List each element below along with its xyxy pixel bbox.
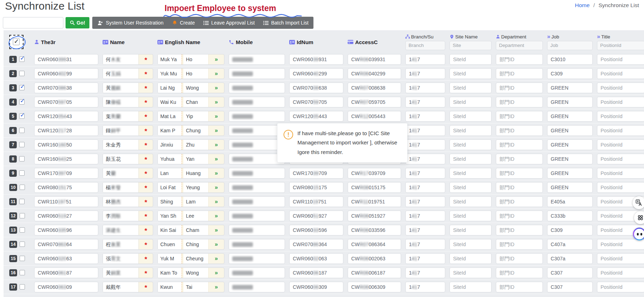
english-last-input[interactable]: Tai — [183, 282, 209, 292]
department-input[interactable]: 部門ID — [496, 282, 543, 292]
department-input[interactable]: 部門ID — [496, 196, 543, 207]
english-last-input[interactable]: Ho — [183, 54, 209, 64]
english-last-input[interactable]: Chan — [183, 97, 209, 107]
english-last-input[interactable]: Chung — [183, 126, 209, 136]
title-input[interactable]: PositionId — [597, 54, 644, 65]
site-input[interactable]: SiteId — [450, 182, 492, 193]
english-last-input[interactable]: Yeung — [183, 182, 209, 192]
breadcrumb-home-link[interactable]: Home — [575, 2, 590, 8]
mobile-input[interactable] — [229, 239, 285, 250]
col-header-english-name[interactable]: English Name — [157, 39, 224, 45]
english-last-input[interactable]: Lee — [183, 211, 209, 221]
branch-input[interactable]: 1417 — [405, 168, 445, 179]
idnum-input[interactable]: CWR11019751 — [289, 196, 343, 207]
job-input[interactable]: E405a — [547, 196, 593, 207]
english-first-input[interactable]: Yuhua — [158, 154, 182, 164]
row-checkbox[interactable] — [20, 256, 25, 261]
translate-button[interactable] — [633, 196, 644, 209]
site-input[interactable]: SiteId — [450, 68, 492, 79]
department-input[interactable]: 部門ID — [496, 239, 543, 250]
name-input[interactable]: 顏玉花 — [103, 154, 139, 164]
branch-input[interactable]: 1417 — [405, 139, 445, 150]
english-first-input[interactable]: Yuk Mu — [158, 69, 182, 79]
idnum-input[interactable]: CWR06006187 — [289, 267, 343, 278]
name-input[interactable]: 黃蘭 — [103, 168, 139, 178]
job-input[interactable]: C407a — [547, 239, 593, 250]
job-input[interactable]: GREEN — [547, 182, 593, 193]
search-input[interactable] — [3, 17, 63, 28]
department-column-label[interactable]: Department — [496, 34, 543, 39]
row-checkbox[interactable] — [20, 227, 25, 233]
idnum-input[interactable]: CWR07059705 — [289, 97, 343, 107]
accesscard-input[interactable]: CWR06033596 — [348, 225, 401, 235]
select-all-checkbox[interactable] — [13, 38, 20, 45]
row-checkbox[interactable] — [20, 242, 25, 247]
accesscard-input[interactable]: CWR06051927 — [348, 211, 401, 221]
department-input[interactable]: 部門ID — [496, 125, 543, 136]
expand-button[interactable]: » — [209, 154, 224, 164]
expand-button[interactable]: » — [209, 211, 224, 221]
title-input[interactable]: PositionId — [597, 154, 644, 164]
go-button[interactable]: Go! — [66, 17, 89, 28]
title-input[interactable]: PositionId — [597, 83, 644, 93]
english-last-input[interactable]: Ching — [183, 239, 209, 249]
col-header-the3r[interactable]: The3r — [34, 39, 98, 45]
mobile-input[interactable] — [229, 253, 285, 264]
name-input[interactable]: 朱金秀 — [103, 140, 139, 150]
mobile-input[interactable] — [229, 83, 285, 93]
english-first-input[interactable]: Yuk M — [158, 254, 182, 264]
english-last-input[interactable]: Wong — [183, 83, 209, 93]
the3r-input[interactable]: CWR07086364 — [34, 239, 98, 250]
row-checkbox[interactable] — [20, 284, 25, 290]
english-first-input[interactable]: Wai Ku — [158, 97, 182, 107]
mobile-input[interactable] — [229, 168, 285, 179]
title-input[interactable]: PositionId — [597, 111, 644, 122]
site-input[interactable]: SiteId — [450, 225, 492, 235]
english-last-input[interactable]: Zhu — [183, 140, 209, 150]
site-input[interactable]: SiteId — [450, 211, 492, 221]
branch-input[interactable]: 1417 — [405, 196, 445, 207]
english-last-input[interactable]: Huang — [183, 168, 209, 178]
col-header-name[interactable]: Name — [103, 39, 153, 45]
accesscard-input[interactable]: CWR07059705 — [348, 97, 401, 107]
job-input[interactable]: C309 — [547, 225, 593, 235]
title-filter-input[interactable]: PositionId — [597, 41, 644, 50]
english-first-input[interactable]: Lan — [158, 168, 182, 178]
title-input[interactable]: PositionId — [597, 267, 644, 278]
accesscard-input[interactable]: CWR06040299 — [348, 68, 401, 79]
the3r-input[interactable]: CWR17039709 — [34, 168, 98, 179]
batch-import-list-button[interactable]: Batch Import List — [263, 20, 308, 26]
english-last-input[interactable]: Lam — [183, 197, 209, 207]
mobile-input[interactable] — [229, 111, 285, 122]
expand-button[interactable]: » — [209, 54, 224, 64]
english-last-input[interactable]: Cheung — [183, 254, 209, 264]
branch-input[interactable]: 1417 — [405, 97, 445, 107]
expand-button[interactable]: » — [209, 239, 224, 249]
mobile-input[interactable] — [229, 196, 285, 207]
department-input[interactable]: 部門ID — [496, 211, 543, 221]
idnum-input[interactable]: CWR07086364 — [289, 239, 343, 250]
accesscard-input[interactable]: CWR08015175 — [348, 182, 401, 193]
idnum-input[interactable]: CWR06040299 — [289, 68, 343, 79]
expand-button[interactable]: » — [209, 282, 224, 292]
department-input[interactable]: 部門ID — [496, 97, 543, 107]
expand-button[interactable]: » — [209, 254, 224, 264]
branch-input[interactable]: 1417 — [405, 68, 445, 79]
branch-input[interactable]: 1417 — [405, 225, 445, 235]
the3r-input[interactable]: CWR06006309 — [34, 282, 98, 292]
branch-input[interactable]: 1417 — [405, 211, 445, 221]
the3r-input[interactable]: CWR12021728 — [34, 125, 98, 136]
accesscard-input[interactable]: CWR07008638 — [348, 83, 401, 93]
branch-input[interactable]: 1417 — [405, 253, 445, 264]
row-checkbox[interactable] — [19, 85, 25, 90]
department-input[interactable]: 部門ID — [496, 68, 543, 79]
accesscard-input[interactable]: CWR07086364 — [348, 239, 401, 250]
accesscard-input[interactable]: CWR17039709 — [348, 168, 401, 179]
job-input[interactable]: GREEN — [547, 168, 593, 179]
leave-approval-list-button[interactable]: Leave Approval List — [203, 20, 255, 26]
expand-button[interactable]: » — [209, 83, 224, 93]
title-input[interactable]: PositionId — [597, 182, 644, 193]
title-input[interactable]: PositionId — [597, 168, 644, 179]
row-checkbox[interactable] — [20, 270, 25, 275]
title-input[interactable]: PositionId — [597, 68, 644, 79]
